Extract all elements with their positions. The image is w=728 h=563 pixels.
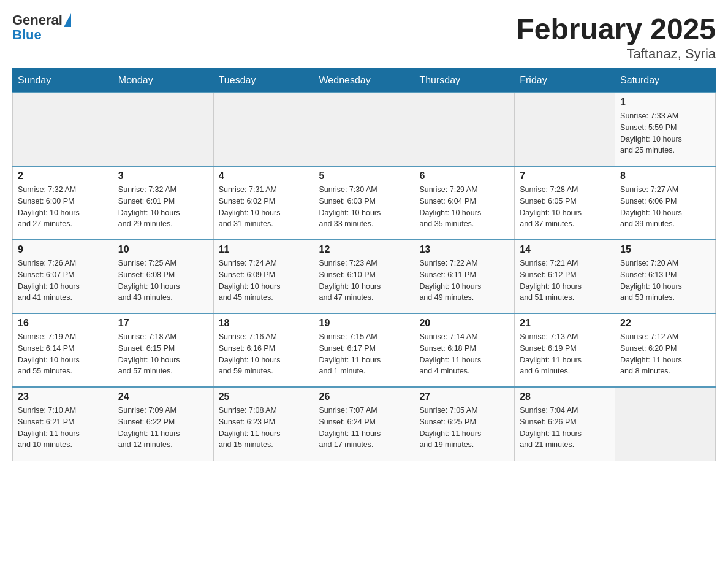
column-header-wednesday: Wednesday (314, 69, 414, 93)
day-info: Sunrise: 7:09 AM Sunset: 6:22 PM Dayligh… (118, 405, 208, 451)
day-info: Sunrise: 7:08 AM Sunset: 6:23 PM Dayligh… (219, 405, 309, 451)
calendar-cell (615, 387, 716, 461)
day-info: Sunrise: 7:16 AM Sunset: 6:16 PM Dayligh… (219, 331, 309, 377)
month-title: February 2025 (516, 12, 716, 46)
calendar-cell: 9Sunrise: 7:26 AM Sunset: 6:07 PM Daylig… (13, 240, 113, 313)
calendar-cell (113, 93, 213, 166)
day-number: 13 (419, 244, 509, 255)
day-info: Sunrise: 7:18 AM Sunset: 6:15 PM Dayligh… (118, 331, 208, 377)
day-number: 3 (118, 170, 208, 182)
calendar-cell: 6Sunrise: 7:29 AM Sunset: 6:04 PM Daylig… (414, 166, 515, 240)
calendar-cell: 23Sunrise: 7:10 AM Sunset: 6:21 PM Dayli… (13, 387, 113, 461)
day-number: 18 (219, 318, 309, 329)
calendar-cell: 14Sunrise: 7:21 AM Sunset: 6:12 PM Dayli… (515, 240, 615, 313)
day-number: 6 (419, 170, 509, 182)
day-number: 4 (219, 170, 309, 182)
calendar-cell: 5Sunrise: 7:30 AM Sunset: 6:03 PM Daylig… (314, 166, 414, 240)
day-number: 9 (18, 244, 108, 255)
day-number: 21 (520, 318, 610, 329)
day-info: Sunrise: 7:07 AM Sunset: 6:24 PM Dayligh… (319, 405, 409, 451)
calendar-cell: 13Sunrise: 7:22 AM Sunset: 6:11 PM Dayli… (414, 240, 515, 313)
day-info: Sunrise: 7:28 AM Sunset: 6:05 PM Dayligh… (520, 184, 610, 230)
calendar-cell: 4Sunrise: 7:31 AM Sunset: 6:02 PM Daylig… (213, 166, 314, 240)
calendar-week-2: 9Sunrise: 7:26 AM Sunset: 6:07 PM Daylig… (13, 240, 716, 313)
logo-general-text: General (12, 12, 63, 28)
day-number: 20 (419, 318, 509, 329)
calendar-cell: 24Sunrise: 7:09 AM Sunset: 6:22 PM Dayli… (113, 387, 213, 461)
day-info: Sunrise: 7:31 AM Sunset: 6:02 PM Dayligh… (219, 184, 309, 230)
calendar-cell: 21Sunrise: 7:13 AM Sunset: 6:19 PM Dayli… (515, 313, 615, 387)
location-title: Taftanaz, Syria (516, 46, 716, 62)
calendar-cell: 20Sunrise: 7:14 AM Sunset: 6:18 PM Dayli… (414, 313, 515, 387)
day-info: Sunrise: 7:25 AM Sunset: 6:08 PM Dayligh… (118, 258, 208, 304)
calendar-cell: 18Sunrise: 7:16 AM Sunset: 6:16 PM Dayli… (213, 313, 314, 387)
day-number: 11 (219, 244, 309, 255)
calendar-cell: 22Sunrise: 7:12 AM Sunset: 6:20 PM Dayli… (615, 313, 716, 387)
calendar-cell: 17Sunrise: 7:18 AM Sunset: 6:15 PM Dayli… (113, 313, 213, 387)
day-number: 8 (620, 170, 710, 182)
day-info: Sunrise: 7:32 AM Sunset: 6:00 PM Dayligh… (18, 184, 108, 230)
day-info: Sunrise: 7:12 AM Sunset: 6:20 PM Dayligh… (620, 331, 710, 377)
calendar-week-1: 2Sunrise: 7:32 AM Sunset: 6:00 PM Daylig… (13, 166, 716, 240)
day-info: Sunrise: 7:14 AM Sunset: 6:18 PM Dayligh… (419, 331, 509, 377)
day-number: 17 (118, 318, 208, 329)
calendar-cell: 27Sunrise: 7:05 AM Sunset: 6:25 PM Dayli… (414, 387, 515, 461)
day-info: Sunrise: 7:10 AM Sunset: 6:21 PM Dayligh… (18, 405, 108, 451)
calendar-table: SundayMondayTuesdayWednesdayThursdayFrid… (12, 68, 716, 461)
day-number: 16 (18, 318, 108, 329)
day-info: Sunrise: 7:19 AM Sunset: 6:14 PM Dayligh… (18, 331, 108, 377)
day-number: 27 (419, 391, 509, 402)
day-info: Sunrise: 7:05 AM Sunset: 6:25 PM Dayligh… (419, 405, 509, 451)
day-info: Sunrise: 7:30 AM Sunset: 6:03 PM Dayligh… (319, 184, 409, 230)
column-header-tuesday: Tuesday (213, 69, 314, 93)
logo-triangle-icon (64, 13, 71, 27)
day-number: 28 (520, 391, 610, 402)
calendar-cell (13, 93, 113, 166)
calendar-header: SundayMondayTuesdayWednesdayThursdayFrid… (13, 69, 716, 93)
day-info: Sunrise: 7:20 AM Sunset: 6:13 PM Dayligh… (620, 258, 710, 304)
day-info: Sunrise: 7:24 AM Sunset: 6:09 PM Dayligh… (219, 258, 309, 304)
day-number: 14 (520, 244, 610, 255)
day-info: Sunrise: 7:15 AM Sunset: 6:17 PM Dayligh… (319, 331, 409, 377)
logo: General Blue (12, 12, 71, 43)
day-number: 25 (219, 391, 309, 402)
calendar-week-4: 23Sunrise: 7:10 AM Sunset: 6:21 PM Dayli… (13, 387, 716, 461)
day-number: 23 (18, 391, 108, 402)
calendar-cell: 11Sunrise: 7:24 AM Sunset: 6:09 PM Dayli… (213, 240, 314, 313)
column-header-thursday: Thursday (414, 69, 515, 93)
calendar-cell: 25Sunrise: 7:08 AM Sunset: 6:23 PM Dayli… (213, 387, 314, 461)
day-info: Sunrise: 7:33 AM Sunset: 5:59 PM Dayligh… (620, 110, 710, 156)
calendar-cell: 28Sunrise: 7:04 AM Sunset: 6:26 PM Dayli… (515, 387, 615, 461)
day-number: 7 (520, 170, 610, 182)
calendar-cell (414, 93, 515, 166)
day-number: 24 (118, 391, 208, 402)
calendar-cell: 1Sunrise: 7:33 AM Sunset: 5:59 PM Daylig… (615, 93, 716, 166)
column-header-saturday: Saturday (615, 69, 716, 93)
calendar-week-3: 16Sunrise: 7:19 AM Sunset: 6:14 PM Dayli… (13, 313, 716, 387)
day-info: Sunrise: 7:21 AM Sunset: 6:12 PM Dayligh… (520, 258, 610, 304)
day-number: 22 (620, 318, 710, 329)
page-header: General Blue February 2025 Taftanaz, Syr… (12, 12, 716, 62)
calendar-cell: 8Sunrise: 7:27 AM Sunset: 6:06 PM Daylig… (615, 166, 716, 240)
calendar-cell: 3Sunrise: 7:32 AM Sunset: 6:01 PM Daylig… (113, 166, 213, 240)
day-number: 5 (319, 170, 409, 182)
logo-blue-text: Blue (12, 27, 42, 43)
calendar-cell: 16Sunrise: 7:19 AM Sunset: 6:14 PM Dayli… (13, 313, 113, 387)
calendar-cell: 7Sunrise: 7:28 AM Sunset: 6:05 PM Daylig… (515, 166, 615, 240)
column-header-monday: Monday (113, 69, 213, 93)
calendar-cell: 26Sunrise: 7:07 AM Sunset: 6:24 PM Dayli… (314, 387, 414, 461)
day-number: 1 (620, 97, 710, 108)
day-number: 15 (620, 244, 710, 255)
calendar-cell: 2Sunrise: 7:32 AM Sunset: 6:00 PM Daylig… (13, 166, 113, 240)
day-info: Sunrise: 7:22 AM Sunset: 6:11 PM Dayligh… (419, 258, 509, 304)
day-info: Sunrise: 7:13 AM Sunset: 6:19 PM Dayligh… (520, 331, 610, 377)
day-info: Sunrise: 7:23 AM Sunset: 6:10 PM Dayligh… (319, 258, 409, 304)
column-header-friday: Friday (515, 69, 615, 93)
day-info: Sunrise: 7:27 AM Sunset: 6:06 PM Dayligh… (620, 184, 710, 230)
calendar-cell (213, 93, 314, 166)
day-number: 2 (18, 170, 108, 182)
day-info: Sunrise: 7:26 AM Sunset: 6:07 PM Dayligh… (18, 258, 108, 304)
day-info: Sunrise: 7:29 AM Sunset: 6:04 PM Dayligh… (419, 184, 509, 230)
day-number: 10 (118, 244, 208, 255)
calendar-cell: 19Sunrise: 7:15 AM Sunset: 6:17 PM Dayli… (314, 313, 414, 387)
